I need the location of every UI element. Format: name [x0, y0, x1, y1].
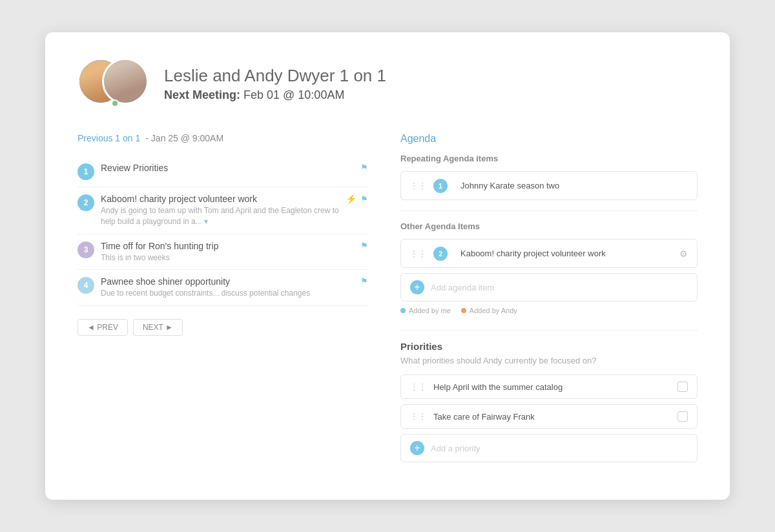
- online-indicator: [111, 99, 119, 107]
- priority-checkbox-2[interactable]: [677, 411, 688, 422]
- left-panel: Previous 1 on 1 - Jan 25 @ 9:00AM 1 Revi…: [78, 133, 368, 467]
- repeating-item-1: ⋮⋮ 1 Johnny Karate season two: [400, 171, 698, 200]
- drag-handle-2[interactable]: ⋮⋮: [410, 249, 427, 258]
- add-agenda-box: + Add agenda item: [400, 273, 698, 302]
- legend: Added by me Added by Andy: [400, 307, 698, 314]
- legend-label-me: Added by me: [409, 307, 451, 314]
- meeting-title: Leslie and Andy Dwyer 1 on 1: [164, 66, 386, 86]
- item-title-2: Kaboom! charity project volunteer work: [101, 194, 340, 204]
- item-title-1: Review Priorities: [101, 163, 355, 173]
- drag-handle[interactable]: ⋮⋮: [410, 181, 427, 190]
- add-priority-icon[interactable]: +: [410, 441, 424, 455]
- gear-icon[interactable]: ⚙: [679, 249, 688, 259]
- legend-label-andy: Added by Andy: [470, 307, 517, 314]
- add-priority-box: + Add a priority: [400, 434, 698, 462]
- next-meeting-label: Next Meeting:: [164, 88, 240, 101]
- legend-dot-blue: [400, 308, 406, 313]
- left-item-2: 2 Kaboom! charity project volunteer work…: [78, 187, 368, 234]
- nav-buttons: ◄ PREV NEXT ►: [78, 319, 368, 336]
- priorities-question: What priorities should Andy currently be…: [400, 356, 698, 365]
- repeating-text-1: Johnny Karate season two: [460, 181, 688, 190]
- priority-item-1: ⋮⋮ Help April with the summer catalog: [400, 374, 698, 399]
- item-content-1: Review Priorities: [101, 163, 355, 174]
- add-agenda-icon[interactable]: +: [410, 280, 424, 294]
- expand-link-2[interactable]: ▾: [204, 217, 208, 226]
- item-content-3: Time off for Ron's hunting trip This is …: [101, 241, 355, 263]
- previous-date: - Jan 25 @ 9:00AM: [145, 133, 223, 143]
- left-item-3: 3 Time off for Ron's hunting trip This i…: [78, 234, 368, 271]
- avatar-andy: [102, 58, 149, 105]
- add-agenda-placeholder[interactable]: Add agenda item: [431, 283, 494, 292]
- priority-drag-1[interactable]: ⋮⋮: [410, 382, 427, 391]
- item-content-2: Kaboom! charity project volunteer work A…: [101, 194, 340, 227]
- avatars: [78, 58, 149, 110]
- flag-icon-3[interactable]: ⚑: [360, 241, 368, 251]
- item-number-2: 2: [78, 194, 94, 211]
- item-desc-3: This is in two weeks: [101, 252, 355, 263]
- item-desc-2: Andy is going to team up with Tom and Ap…: [101, 205, 340, 227]
- legend-dot-orange: [461, 308, 466, 313]
- next-meeting: Next Meeting: Feb 01 @ 10:00AM: [164, 88, 386, 102]
- other-text-1: Kaboom! charity project volunteer work: [460, 249, 673, 258]
- left-item-4: 4 Pawnee shoe shiner opportunity Due to …: [78, 270, 368, 306]
- item-content-4: Pawnee shoe shiner opportunity Due to re…: [101, 276, 355, 299]
- other-item-1: ⋮⋮ 2 Kaboom! charity project volunteer w…: [400, 239, 698, 268]
- next-meeting-value: Feb 01 @ 10:00AM: [243, 88, 344, 101]
- item-number-4: 4: [78, 277, 94, 294]
- priority-text-2: Take care of Fairway Frank: [433, 412, 671, 422]
- main-content: Previous 1 on 1 - Jan 25 @ 9:00AM 1 Revi…: [78, 133, 698, 467]
- header-text: Leslie and Andy Dwyer 1 on 1 Next Meetin…: [164, 66, 386, 102]
- priorities-title: Priorities: [400, 341, 698, 352]
- item-actions-2: ⚡ ⚑: [346, 194, 368, 204]
- priority-drag-2[interactable]: ⋮⋮: [410, 412, 427, 421]
- main-card: Leslie and Andy Dwyer 1 on 1 Next Meetin…: [45, 32, 730, 500]
- bolt-icon-2: ⚡: [346, 194, 356, 204]
- other-label: Other Agenda Items: [400, 221, 698, 231]
- previous-header: Previous 1 on 1 - Jan 25 @ 9:00AM: [78, 133, 368, 143]
- previous-link[interactable]: Previous 1 on 1: [78, 133, 140, 143]
- item-actions-3: ⚑: [360, 241, 368, 251]
- divider-2: [400, 330, 698, 331]
- right-panel: Agenda Repeating Agenda items ⋮⋮ 1 Johnn…: [400, 133, 698, 467]
- priority-item-2: ⋮⋮ Take care of Fairway Frank: [400, 404, 698, 429]
- item-actions-1: ⚑: [360, 163, 368, 172]
- item-title-3: Time off for Ron's hunting trip: [101, 241, 355, 251]
- repeating-number-1: 1: [433, 179, 448, 193]
- legend-item-andy: Added by Andy: [461, 307, 517, 314]
- legend-item-me: Added by me: [400, 307, 451, 314]
- add-priority-placeholder[interactable]: Add a priority: [431, 444, 480, 453]
- flag-icon-2[interactable]: ⚑: [360, 194, 368, 204]
- divider-1: [400, 210, 698, 211]
- item-actions-4: ⚑: [360, 276, 368, 286]
- repeating-label: Repeating Agenda items: [400, 154, 698, 163]
- other-number-1: 2: [433, 247, 448, 261]
- item-number-1: 1: [78, 163, 94, 180]
- item-number-3: 3: [78, 241, 94, 258]
- flag-icon-1[interactable]: ⚑: [360, 163, 368, 172]
- left-item-1: 1 Review Priorities ⚑: [78, 156, 368, 187]
- next-button[interactable]: NEXT ►: [133, 319, 183, 336]
- item-title-4: Pawnee shoe shiner opportunity: [101, 276, 355, 287]
- agenda-section-title: Agenda: [400, 133, 698, 145]
- prev-button[interactable]: ◄ PREV: [78, 319, 128, 336]
- header: Leslie and Andy Dwyer 1 on 1 Next Meetin…: [78, 58, 698, 110]
- item-desc-4: Due to recent budget constraints... disc…: [101, 288, 355, 299]
- priority-text-1: Help April with the summer catalog: [433, 382, 671, 392]
- priority-checkbox-1[interactable]: [677, 382, 688, 392]
- flag-icon-4[interactable]: ⚑: [360, 276, 368, 286]
